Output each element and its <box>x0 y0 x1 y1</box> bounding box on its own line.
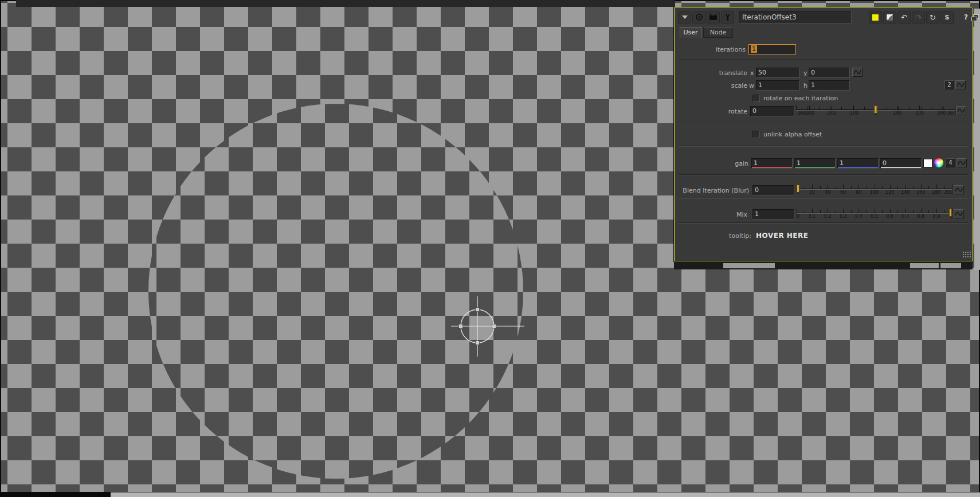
mix-animation-button[interactable] <box>954 209 964 218</box>
slider-tick-label: 80 <box>856 190 861 195</box>
panel-menu-button[interactable] <box>678 11 691 24</box>
mix-field[interactable]: 1 <box>752 209 794 220</box>
scroll-segment[interactable] <box>910 263 939 268</box>
tooltip-value: HOVER HERE <box>756 232 809 240</box>
scale-h-field[interactable]: 1 <box>809 80 850 91</box>
redo-icon: ↷ <box>915 14 922 21</box>
slider-tick-major <box>942 105 942 109</box>
curve-icon <box>853 69 861 75</box>
slider-tick-label: 20 <box>809 190 815 195</box>
gain-g-field[interactable]: 1 <box>794 158 836 169</box>
slider-tick-label: 0.4 <box>855 214 863 219</box>
redo-button[interactable]: ↷ <box>912 11 925 24</box>
separator <box>679 121 968 122</box>
translate-y-field[interactable]: 0 <box>809 68 850 78</box>
slider-tick <box>897 186 898 189</box>
blend-animation-button[interactable] <box>954 185 964 194</box>
undo-button[interactable]: ↶ <box>897 11 911 24</box>
tab-user[interactable]: User <box>680 27 701 38</box>
bottom-scrollbar[interactable] <box>111 492 980 497</box>
slider-handle[interactable] <box>874 105 877 114</box>
slider-tick-label: 120 <box>885 190 894 195</box>
slider-groove <box>797 189 952 189</box>
slider-handle[interactable] <box>949 209 952 217</box>
slider-tick-major <box>828 209 828 213</box>
curve-icon <box>955 211 963 217</box>
halftone-swatch-icon <box>886 14 893 21</box>
right-scrollbar[interactable] <box>974 9 980 270</box>
iterations-field[interactable]: 1 <box>748 44 796 54</box>
gain-color-swatch-button[interactable] <box>923 159 932 167</box>
slider-tick <box>805 186 805 189</box>
slider-tick-label: 100 <box>893 111 901 116</box>
rotate-animation-button[interactable] <box>956 106 966 115</box>
float-window-button[interactable] <box>970 12 979 23</box>
gain-r-field[interactable]: 1 <box>751 158 793 169</box>
iterations-value: 1 <box>751 45 757 53</box>
panel-resize-grip[interactable] <box>962 251 971 259</box>
node-name-input[interactable] <box>739 11 852 24</box>
translate-x-field[interactable]: 50 <box>756 68 799 78</box>
blend-slider[interactable]: 020406080100120140160180200 <box>797 182 952 198</box>
settings-button[interactable] <box>721 11 734 24</box>
help-icon: ? <box>964 13 968 21</box>
curve-icon <box>958 160 966 166</box>
node-color-button[interactable] <box>869 11 882 24</box>
gain-color-wheel-button[interactable] <box>934 158 943 167</box>
slider-tick-major <box>955 105 955 109</box>
tooltip-label: tooltip: <box>675 232 751 240</box>
separator <box>679 174 968 175</box>
panel-titlebar[interactable]: ↶ ↷ ↻ S ? × <box>675 10 972 25</box>
separator <box>679 59 968 60</box>
scale-w-field[interactable]: 1 <box>756 80 799 91</box>
help-button[interactable]: ? <box>962 12 970 23</box>
tab-node[interactable]: Node <box>703 27 733 38</box>
undo-icon: ↶ <box>901 14 907 21</box>
slider-tick <box>943 107 944 109</box>
gain-animation-button[interactable] <box>957 158 967 167</box>
slider-tick-major <box>890 209 891 213</box>
scale-h-label: h <box>803 82 807 89</box>
slider-tick <box>836 210 836 213</box>
slider-tick-label: -300 <box>804 111 814 116</box>
slider-tick-label: 200 <box>915 111 924 116</box>
translate-x-label: x <box>750 69 754 77</box>
translate-animation-button[interactable] <box>852 68 863 77</box>
mix-slider[interactable]: 00.10.20.30.40.50.60.70.80.91 <box>797 206 952 222</box>
blend-label: Blend Iteration (Blur) <box>675 187 749 194</box>
offset-circle-render <box>148 104 523 479</box>
rotate-label: rotate <box>675 108 747 115</box>
gain-a-field[interactable]: 0 <box>880 158 922 169</box>
rotate-each-checkbox[interactable] <box>752 95 760 102</box>
mix-label: Mix <box>675 211 747 218</box>
viewer-top-strip <box>16 0 675 7</box>
slider-tick-label: 40 <box>825 190 830 195</box>
monitor-button[interactable] <box>707 11 720 24</box>
rotate-slider[interactable]: -360-300-200-1000100200300360 <box>796 103 955 119</box>
center-node-button[interactable] <box>692 11 705 24</box>
scale-link-count-button[interactable]: 2 <box>944 80 954 89</box>
slider-tick <box>898 107 899 109</box>
rotate-field[interactable]: 0 <box>750 106 794 116</box>
slider-tick-major <box>936 185 937 189</box>
script-button[interactable]: S <box>940 11 954 24</box>
unlink-alpha-checkbox[interactable] <box>752 131 760 138</box>
scroll-segment[interactable] <box>940 263 961 268</box>
gain-b-field[interactable]: 1 <box>837 158 879 169</box>
slider-tick <box>944 210 944 213</box>
gl-color-button[interactable] <box>883 11 896 24</box>
scale-animation-button[interactable] <box>955 80 966 89</box>
gain-link-count-button[interactable]: 4 <box>946 158 955 167</box>
scroll-segment[interactable] <box>723 263 775 268</box>
slider-tick <box>910 107 910 109</box>
slider-tick-label: 0.7 <box>901 214 909 219</box>
circle-dot-icon <box>695 13 704 21</box>
script-icon: S <box>945 14 950 21</box>
blend-field[interactable]: 0 <box>752 185 794 195</box>
unlink-alpha-label: unlink alpha offset <box>763 131 822 138</box>
slider-tick-label: 0.2 <box>824 214 832 219</box>
slider-tick-major <box>843 209 844 213</box>
slider-handle[interactable] <box>797 185 799 193</box>
revert-button[interactable]: ↻ <box>926 11 939 24</box>
slider-tick-label: 300 <box>937 111 946 116</box>
